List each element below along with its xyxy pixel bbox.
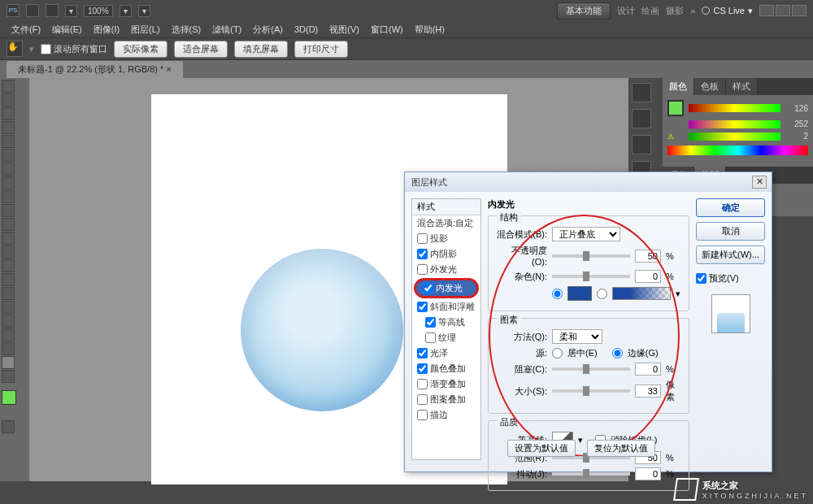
workspace-paint[interactable]: 绘画 (641, 5, 659, 17)
stamp-tool[interactable] (2, 190, 15, 203)
menu-file[interactable]: 文件(F) (7, 22, 46, 37)
char-panel-icon[interactable] (632, 109, 651, 128)
workspace-basic[interactable]: 基本功能 (557, 2, 611, 20)
spectrum-bar[interactable] (667, 146, 808, 155)
style-patoverlay[interactable]: 图案叠加 (412, 392, 480, 407)
menu-help[interactable]: 帮助(H) (410, 22, 450, 37)
hand-tool[interactable] (2, 356, 15, 369)
close-button[interactable] (792, 5, 806, 16)
style-contour[interactable]: 等高线 (412, 315, 480, 330)
screen-dropdown[interactable]: ▾ (120, 5, 132, 17)
noise-field[interactable]: 0 (635, 270, 661, 283)
style-innerglow[interactable]: 内发光 (416, 280, 476, 296)
menu-window[interactable]: 窗口(W) (366, 22, 408, 37)
reset-default-button[interactable]: 复位为默认值 (587, 440, 655, 457)
mb-icon[interactable] (46, 4, 59, 17)
noise-slider[interactable] (552, 275, 630, 278)
document-tab[interactable]: 未标题-1 @ 22.2% (形状 1, RGB/8) * × (7, 61, 183, 78)
source-center-radio[interactable] (552, 348, 563, 358)
menu-layer[interactable]: 图层(L) (126, 22, 164, 37)
style-gradoverlay[interactable]: 渐变叠加 (412, 376, 480, 392)
r-value[interactable]: 126 (785, 104, 808, 113)
color-swatch-fg[interactable] (667, 100, 684, 116)
color-swatches[interactable] (2, 390, 26, 415)
dodge-tool[interactable] (2, 259, 15, 272)
blur-tool[interactable] (2, 245, 15, 259)
marquee-tool[interactable] (2, 93, 15, 106)
lasso-tool[interactable] (2, 107, 15, 120)
gradient-tool[interactable] (2, 232, 15, 245)
blendmode-select[interactable]: 正片叠底 (552, 227, 620, 241)
foreground-swatch[interactable] (2, 390, 16, 405)
menu-view[interactable]: 视图(V) (324, 22, 364, 37)
b-value[interactable]: 2 (785, 132, 808, 141)
technique-select[interactable]: 柔和 (552, 329, 602, 344)
menu-analysis[interactable]: 分析(A) (248, 22, 288, 37)
workspace-design[interactable]: 设计 (617, 5, 635, 17)
color-radio-gradient[interactable] (597, 289, 607, 299)
opacity-field[interactable]: 50 (635, 250, 661, 263)
hand-tool-icon[interactable]: ✋ (7, 41, 23, 57)
jitter-slider[interactable] (552, 472, 630, 476)
style-texture[interactable]: 纹理 (412, 330, 480, 345)
glow-gradient-picker[interactable] (612, 287, 671, 300)
eraser-tool[interactable] (2, 218, 15, 231)
menu-select[interactable]: 选择(S) (167, 22, 207, 37)
fit-screen-button[interactable]: 适合屏幕 (174, 41, 228, 58)
eyedropper-tool[interactable] (2, 149, 15, 162)
make-default-button[interactable]: 设置为默认值 (507, 440, 576, 457)
workspace-photo[interactable]: 摄影 (666, 5, 684, 17)
bridge-icon[interactable] (26, 4, 39, 17)
glow-color-swatch[interactable] (567, 286, 592, 301)
preview-checkbox[interactable]: 预览(V) (696, 272, 765, 285)
print-size-button[interactable]: 打印尺寸 (294, 41, 348, 58)
styles-header[interactable]: 样式 (412, 199, 480, 215)
sat-slider[interactable] (689, 120, 780, 128)
ok-button[interactable]: 确定 (696, 198, 765, 217)
tab-swatches[interactable]: 色板 (694, 78, 726, 95)
shape-tool[interactable] (2, 315, 15, 328)
cancel-button[interactable]: 取消 (696, 222, 765, 241)
scroll-all-checkbox[interactable]: 滚动所有窗口 (41, 43, 107, 55)
color-radio-solid[interactable] (552, 289, 563, 299)
zoom-dropdown[interactable]: 100% (84, 5, 113, 17)
blend-options-row[interactable]: 混合选项:自定 (412, 215, 480, 231)
source-edge-radio[interactable] (612, 348, 623, 358)
type-tool[interactable] (2, 287, 15, 300)
3d-tool[interactable] (2, 328, 15, 341)
bri-slider[interactable] (689, 133, 780, 141)
menu-edit[interactable]: 编辑(E) (47, 22, 87, 37)
view-layout-dropdown[interactable]: ▾ (65, 5, 77, 17)
history-brush-tool[interactable] (2, 204, 15, 217)
quickmask-button[interactable] (2, 420, 15, 433)
size-field[interactable]: 33 (635, 385, 661, 398)
jitter-field[interactable]: 0 (635, 467, 661, 480)
new-style-button[interactable]: 新建样式(W)... (696, 245, 765, 264)
style-bevel[interactable]: 斜面和浮雕 (412, 299, 480, 315)
opacity-slider[interactable] (552, 254, 630, 258)
fill-screen-button[interactable]: 填充屏幕 (234, 41, 288, 58)
g-value[interactable]: 252 (785, 119, 808, 128)
style-dropshadow[interactable]: 投影 (412, 231, 480, 246)
style-satin[interactable]: 光泽 (412, 345, 480, 361)
wand-tool[interactable] (2, 121, 15, 134)
choke-slider[interactable] (552, 367, 630, 371)
3d-cam-tool[interactable] (2, 342, 15, 355)
menu-filter[interactable]: 滤镜(T) (207, 22, 246, 37)
dialog-close-icon[interactable]: ✕ (752, 176, 767, 189)
history-panel-icon[interactable] (632, 83, 651, 102)
dialog-titlebar[interactable]: 图层样式 ✕ (405, 172, 772, 192)
choke-field[interactable]: 0 (635, 363, 661, 376)
maximize-button[interactable] (776, 5, 790, 16)
menu-image[interactable]: 图像(I) (89, 22, 124, 37)
menu-3d[interactable]: 3D(D) (289, 23, 323, 36)
style-outerglow[interactable]: 外发光 (412, 262, 480, 277)
brush-tool[interactable] (2, 176, 15, 189)
ps-icon[interactable]: PS (7, 4, 20, 17)
brushes-panel-icon[interactable] (632, 135, 651, 154)
actual-pixels-button[interactable]: 实际像素 (114, 41, 167, 58)
move-tool[interactable] (2, 80, 15, 93)
pen-tool[interactable] (2, 273, 15, 286)
style-stroke[interactable]: 描边 (412, 407, 480, 423)
minimize-button[interactable] (759, 5, 774, 16)
